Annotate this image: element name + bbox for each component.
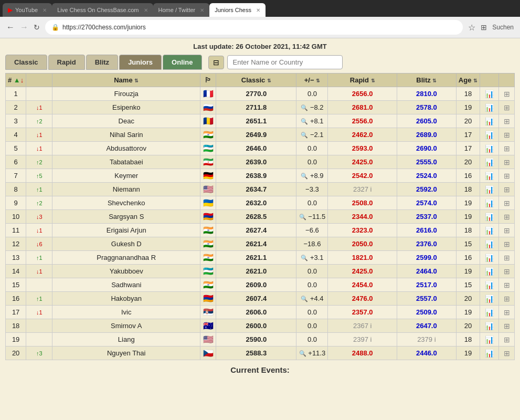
cell-chart[interactable]: 📊 <box>480 196 499 210</box>
cell-info[interactable]: ⊞ <box>499 251 515 265</box>
change-up: ↑2 <box>36 200 43 206</box>
cell-info[interactable]: ⊞ <box>499 169 515 183</box>
tab-twitter[interactable]: Home / Twitter ✕ <box>153 3 210 17</box>
header-blitz[interactable]: Blitz ⇅ <box>397 74 456 87</box>
tab-blitz[interactable]: Blitz <box>86 55 118 70</box>
cell-info[interactable]: ⊞ <box>499 114 515 128</box>
main-content: Last update: 26 October 2021, 11:42 GMT … <box>0 38 520 379</box>
flag-icon: 🇷🇺 <box>203 103 214 112</box>
tab-online[interactable]: Online <box>163 55 201 70</box>
cell-info[interactable]: ⊞ <box>499 128 515 142</box>
rapid-value: 2367 i <box>353 322 372 330</box>
cell-info[interactable]: ⊞ <box>499 142 515 155</box>
cell-info[interactable]: ⊞ <box>499 155 515 169</box>
tab-juniors[interactable]: Juniors Chess ✕ <box>209 3 266 17</box>
cell-info[interactable]: ⊞ <box>499 196 515 210</box>
cell-info[interactable]: ⊞ <box>499 292 515 306</box>
cell-info[interactable]: ⊞ <box>499 278 515 292</box>
address-input[interactable]: 🔒 https://2700chess.com/juniors <box>45 20 463 35</box>
header-rank[interactable]: # ▲↓ <box>6 74 26 87</box>
search-icon[interactable]: 🔍 <box>301 118 308 124</box>
cell-chart[interactable]: 📊 <box>480 224 499 237</box>
extensions-icon[interactable]: ⊞ <box>481 23 487 32</box>
search-icon[interactable]: 🔍 <box>301 173 308 179</box>
filter-icon[interactable]: ⊟ <box>208 56 224 69</box>
cell-chart[interactable]: 📊 <box>480 319 499 333</box>
search-icon[interactable]: 🔍 <box>301 104 308 111</box>
cell-classic: 2621.0 <box>216 265 296 278</box>
tab-classic[interactable]: Classic <box>5 55 47 70</box>
cell-rapid: 2050.0 <box>328 237 397 251</box>
reload-button[interactable]: ↻ <box>34 23 40 32</box>
cell-chart[interactable]: 📊 <box>480 306 499 319</box>
cell-chart[interactable]: 📊 <box>480 292 499 306</box>
blitz-value: 2810.0 <box>416 90 437 98</box>
cell-flag: 🇺🇦 <box>200 196 216 210</box>
search-icon[interactable]: 🔍 <box>301 296 308 302</box>
cell-rapid: 2542.0 <box>328 169 397 183</box>
header-classic[interactable]: Classic ⇅ <box>216 74 296 87</box>
cell-chart[interactable]: 📊 <box>480 169 499 183</box>
cell-classic: 2638.9 <box>216 169 296 183</box>
cell-info[interactable]: ⊞ <box>499 101 515 114</box>
flag-icon: 🇺🇿 <box>203 267 214 276</box>
tab-twitter-label: Home / Twitter <box>158 7 196 13</box>
search-icon[interactable]: 🔍 <box>301 255 308 261</box>
cell-chart[interactable]: 📊 <box>480 333 499 346</box>
header-age[interactable]: Age ⇅ <box>456 74 480 87</box>
cell-chart[interactable]: 📊 <box>480 87 499 101</box>
forward-button[interactable]: → <box>20 23 28 32</box>
cell-chart[interactable]: 📊 <box>480 114 499 128</box>
cell-flag: 🇦🇲 <box>200 292 216 306</box>
cell-flag: 🇦🇲 <box>200 210 216 224</box>
cell-chart[interactable]: 📊 <box>480 237 499 251</box>
cell-chart[interactable]: 📊 <box>480 251 499 265</box>
tab-juniors-close[interactable]: ✕ <box>256 7 260 13</box>
cell-chart[interactable]: 📊 <box>480 101 499 114</box>
flag-icon: 🇮🇳 <box>203 226 214 235</box>
cell-info[interactable]: ⊞ <box>499 265 515 278</box>
header-rapid[interactable]: Rapid ⇅ <box>328 74 397 87</box>
cell-chart[interactable]: 📊 <box>480 183 499 196</box>
cell-age: 16 <box>456 251 480 265</box>
cell-info[interactable]: ⊞ <box>499 183 515 196</box>
search-icon[interactable]: 🔍 <box>299 214 306 220</box>
search-input[interactable] <box>227 55 343 69</box>
cell-info[interactable]: ⊞ <box>499 87 515 101</box>
cell-chart[interactable]: 📊 <box>480 210 499 224</box>
cell-chart[interactable]: 📊 <box>480 346 499 360</box>
header-diff[interactable]: +/− ⇅ <box>296 74 328 87</box>
tab-chessbase[interactable]: Live Chess On ChessBase.com ✕ <box>52 3 153 17</box>
cell-blitz: 2578.0 <box>397 101 456 114</box>
cell-chart[interactable]: 📊 <box>480 155 499 169</box>
header-name[interactable]: Name ⇅ <box>52 74 200 87</box>
cell-chart[interactable]: 📊 <box>480 128 499 142</box>
tab-twitter-close[interactable]: ✕ <box>200 7 204 13</box>
blitz-value: 2446.0 <box>416 349 437 357</box>
cell-info[interactable]: ⊞ <box>499 346 515 360</box>
tab-youtube[interactable]: ▶ YouTube ✕ <box>3 3 52 17</box>
table-row: 14 ↓1 Yakubboev 🇺🇿 2621.0 0.0 2425.0 246… <box>6 265 515 278</box>
cell-classic: 2649.9 <box>216 128 296 142</box>
search-icon[interactable]: 🔍 <box>299 350 306 356</box>
tab-chessbase-close[interactable]: ✕ <box>144 7 148 13</box>
cell-chart[interactable]: 📊 <box>480 142 499 155</box>
cell-info[interactable]: ⊞ <box>499 333 515 346</box>
tabs-row: Classic Rapid Blitz Juniors Online ⊟ <box>5 55 515 70</box>
cell-rapid: 2593.0 <box>328 142 397 155</box>
back-button[interactable]: ← <box>6 23 15 32</box>
cell-info[interactable]: ⊞ <box>499 224 515 237</box>
search-icon[interactable]: 🔍 <box>301 132 308 138</box>
tab-youtube-close[interactable]: ✕ <box>43 7 47 13</box>
tab-rapid[interactable]: Rapid <box>48 55 85 70</box>
bookmark-icon[interactable]: ☆ <box>468 23 475 33</box>
cell-info[interactable]: ⊞ <box>499 237 515 251</box>
cell-info[interactable]: ⊞ <box>499 210 515 224</box>
cell-info[interactable]: ⊞ <box>499 319 515 333</box>
cell-chart[interactable]: 📊 <box>480 278 499 292</box>
cell-classic: 2627.4 <box>216 224 296 237</box>
cell-info[interactable]: ⊞ <box>499 306 515 319</box>
table-row: 17 ↓1 Ivic 🇷🇸 2606.0 0.0 2357.0 2509.0 1… <box>6 306 515 319</box>
cell-chart[interactable]: 📊 <box>480 265 499 278</box>
tab-juniors[interactable]: Juniors <box>119 55 162 70</box>
